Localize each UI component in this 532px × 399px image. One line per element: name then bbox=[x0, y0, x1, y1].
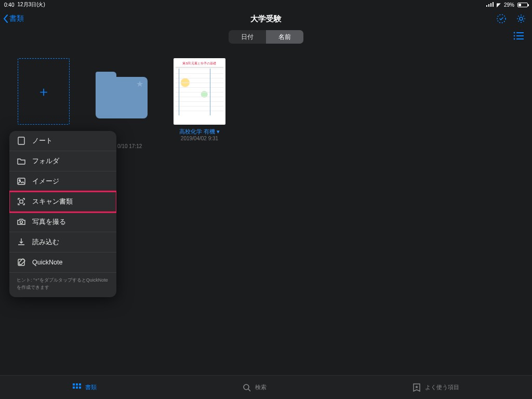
menu-take-photo[interactable]: 写真を撮る bbox=[9, 212, 116, 232]
tab-favorites[interactable]: よく使う項目 bbox=[413, 383, 459, 392]
settings-button[interactable] bbox=[515, 13, 527, 24]
svg-rect-13 bbox=[18, 178, 25, 184]
svg-rect-0 bbox=[486, 5, 487, 7]
svg-point-24 bbox=[244, 384, 249, 390]
folder-icon: ★ bbox=[96, 77, 148, 118]
svg-point-5 bbox=[520, 17, 523, 20]
note-thumbnail: 第5回 元素と分子の基礎 bbox=[174, 58, 225, 125]
tab-search[interactable]: 検索 bbox=[243, 383, 267, 392]
note-icon bbox=[17, 136, 26, 145]
signal-icon bbox=[486, 2, 494, 8]
menu-folder[interactable]: フォルダ bbox=[9, 151, 116, 171]
folder-icon bbox=[17, 156, 26, 166]
add-tile: ＋ bbox=[18, 58, 75, 125]
battery-percent: 29% bbox=[504, 2, 514, 8]
search-icon bbox=[243, 383, 251, 392]
svg-point-8 bbox=[514, 35, 515, 37]
plus-icon: ＋ bbox=[37, 83, 50, 101]
svg-rect-2 bbox=[490, 3, 491, 7]
sort-row: 日付 名前 bbox=[0, 28, 532, 46]
popover-hint: ヒント: "+"をダブルタップするとQuickNoteを作成できます bbox=[9, 273, 116, 297]
list-icon bbox=[513, 32, 524, 40]
star-icon: ★ bbox=[136, 79, 143, 89]
status-time: 0:40 bbox=[4, 2, 14, 8]
nav-bar: 書類 大学受験 bbox=[0, 9, 532, 28]
svg-rect-3 bbox=[493, 2, 494, 7]
image-icon bbox=[17, 177, 26, 186]
note-scribble bbox=[176, 69, 223, 115]
location-icon: ◤ bbox=[497, 2, 501, 8]
svg-rect-11 bbox=[516, 38, 524, 39]
status-bar: 0:40 12月3日(火) ◤ 29% bbox=[0, 0, 532, 9]
tab-documents[interactable]: 書類 bbox=[73, 383, 97, 392]
note-preview-title: 第5回 元素と分子の基礎 bbox=[176, 61, 223, 68]
svg-rect-9 bbox=[516, 35, 524, 36]
svg-rect-12 bbox=[18, 137, 24, 144]
scan-icon bbox=[17, 197, 26, 206]
note-name: 高校化学 有機 bbox=[179, 128, 215, 135]
svg-rect-22 bbox=[76, 387, 78, 389]
tab-search-label: 検索 bbox=[255, 383, 267, 391]
chevron-left-icon bbox=[3, 15, 8, 23]
svg-rect-1 bbox=[488, 4, 489, 7]
svg-point-16 bbox=[20, 221, 23, 223]
menu-note[interactable]: ノート bbox=[9, 131, 116, 151]
svg-rect-20 bbox=[79, 383, 81, 385]
menu-folder-label: フォルダ bbox=[32, 157, 59, 166]
svg-point-6 bbox=[514, 32, 515, 34]
menu-import-label: 読み込む bbox=[32, 238, 59, 247]
tab-bar: 書類 検索 よく使う項目 bbox=[0, 375, 532, 399]
svg-rect-19 bbox=[76, 383, 78, 385]
camera-icon bbox=[17, 217, 26, 227]
sync-icon bbox=[496, 14, 507, 24]
segment-name[interactable]: 名前 bbox=[266, 30, 303, 44]
note-time: 2019/04/02 9:31 bbox=[174, 135, 225, 142]
menu-scan-label: スキャン書類 bbox=[32, 197, 73, 206]
menu-scan-document[interactable]: スキャン書類 bbox=[9, 192, 116, 212]
view-toggle-button[interactable] bbox=[513, 32, 524, 42]
sort-segmented: 日付 名前 bbox=[229, 30, 303, 44]
menu-import[interactable]: 読み込む bbox=[9, 232, 116, 252]
compose-icon bbox=[17, 258, 26, 267]
gear-icon bbox=[516, 14, 526, 24]
tab-documents-label: 書類 bbox=[85, 383, 97, 391]
menu-quicknote-label: QuickNote bbox=[32, 259, 62, 266]
page-title: 大学受験 bbox=[0, 14, 532, 24]
tab-favorites-label: よく使う項目 bbox=[425, 383, 459, 391]
segment-date[interactable]: 日付 bbox=[229, 30, 266, 44]
grid-icon bbox=[73, 383, 81, 392]
status-date: 12月3日(火) bbox=[17, 1, 45, 8]
svg-rect-23 bbox=[79, 387, 81, 389]
import-icon bbox=[17, 237, 26, 247]
add-popover: ノート フォルダ イメージ スキャン書類 写真を撮る 読み込む QuickNot… bbox=[9, 131, 116, 297]
bookmark-star-icon bbox=[413, 383, 421, 392]
folder-partial-time: 0/10 17:12 bbox=[117, 143, 142, 149]
back-button[interactable]: 書類 bbox=[0, 14, 24, 23]
add-button[interactable]: ＋ bbox=[18, 58, 70, 125]
svg-rect-21 bbox=[73, 387, 75, 389]
sync-button[interactable] bbox=[496, 13, 507, 24]
menu-quicknote[interactable]: QuickNote bbox=[9, 252, 116, 273]
svg-point-14 bbox=[19, 180, 20, 181]
svg-point-10 bbox=[514, 38, 515, 40]
back-label: 書類 bbox=[9, 14, 24, 23]
menu-image[interactable]: イメージ bbox=[9, 171, 116, 192]
svg-rect-18 bbox=[73, 383, 75, 385]
folder-tile[interactable]: ★ bbox=[96, 58, 153, 118]
svg-rect-7 bbox=[516, 32, 524, 33]
battery-icon bbox=[517, 3, 528, 7]
svg-rect-15 bbox=[20, 200, 23, 203]
note-tile[interactable]: 第5回 元素と分子の基礎 高校化学 有機 ▾ 2019/04/02 9:31 bbox=[174, 58, 225, 142]
menu-image-label: イメージ bbox=[32, 177, 59, 186]
menu-note-label: ノート bbox=[32, 137, 52, 145]
menu-photo-label: 写真を撮る bbox=[32, 218, 66, 227]
